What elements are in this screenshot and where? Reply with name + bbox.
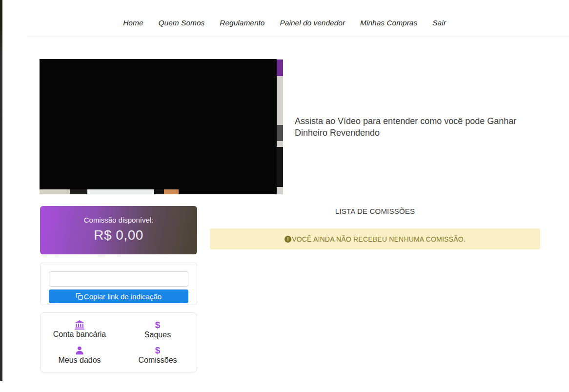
video-frame-detail xyxy=(164,189,179,194)
nav-item-quem-somos[interactable]: Quem Somos xyxy=(159,19,205,27)
quick-link-label: Saques xyxy=(144,330,171,339)
top-navigation: Home Quem Somos Regulamento Painel do ve… xyxy=(0,19,569,27)
referral-link-card: Copiar link de indicação xyxy=(40,263,197,305)
quick-link-label: Comissões xyxy=(138,356,177,365)
video-frame-detail xyxy=(154,189,164,194)
nav-item-home[interactable]: Home xyxy=(123,19,143,27)
exclamation-circle-icon: ! xyxy=(284,236,291,243)
dollar-icon: $ xyxy=(155,320,161,330)
quick-link-label: Conta bancária xyxy=(53,330,106,339)
copy-button-label: Copiar link de indicação xyxy=(84,292,162,301)
nav-divider xyxy=(27,37,569,37)
commission-balance-label: Comissão disponível: xyxy=(40,216,197,224)
copy-referral-link-button[interactable]: Copiar link de indicação xyxy=(49,289,188,303)
video-frame-detail xyxy=(277,125,283,141)
nav-item-minhas-compras[interactable]: Minhas Compras xyxy=(360,19,417,27)
quick-links-card: Conta bancária $ Saques Meus dados $ Com… xyxy=(40,312,197,372)
commissions-list-title: LISTA DE COMISSÕES xyxy=(210,207,540,215)
video-frame-bottom xyxy=(40,189,283,194)
no-commissions-alert-text: VOCÊ AINDA NÃO RECEBEU NENHUMA COMISSÃO. xyxy=(292,235,466,243)
user-icon xyxy=(75,346,84,355)
commission-balance-amount: R$ 0,00 xyxy=(40,227,197,243)
bank-icon xyxy=(74,320,85,330)
quick-link-conta-bancaria[interactable]: Conta bancária xyxy=(41,317,119,343)
commission-balance-card: Comissão disponível: R$ 0,00 xyxy=(40,206,197,254)
video-frame-detail xyxy=(87,189,154,194)
nav-item-painel-do-vendedor[interactable]: Painel do vendedor xyxy=(280,19,345,27)
video-frame-detail xyxy=(277,147,283,187)
video-frame-detail xyxy=(40,189,70,194)
quick-link-saques[interactable]: $ Saques xyxy=(119,317,197,343)
referral-link-input[interactable] xyxy=(49,271,188,287)
dollar-icon: $ xyxy=(155,346,161,355)
nav-item-regulamento[interactable]: Regulamento xyxy=(220,19,264,27)
video-player[interactable] xyxy=(40,59,283,194)
window-edge-bar xyxy=(0,0,2,381)
no-commissions-alert: ! VOCÊ AINDA NÃO RECEBEU NENHUMA COMISSÃ… xyxy=(210,228,540,249)
quick-link-comissoes[interactable]: $ Comissões xyxy=(119,343,197,369)
video-caption: Assista ao Vídeo para entender como você… xyxy=(295,115,529,139)
video-frame-detail xyxy=(277,60,283,76)
video-frame-detail xyxy=(70,189,87,194)
copy-icon xyxy=(76,292,83,300)
quick-link-label: Meus dados xyxy=(58,356,101,365)
nav-item-sair[interactable]: Sair xyxy=(432,19,446,27)
quick-link-meus-dados[interactable]: Meus dados xyxy=(41,343,119,369)
